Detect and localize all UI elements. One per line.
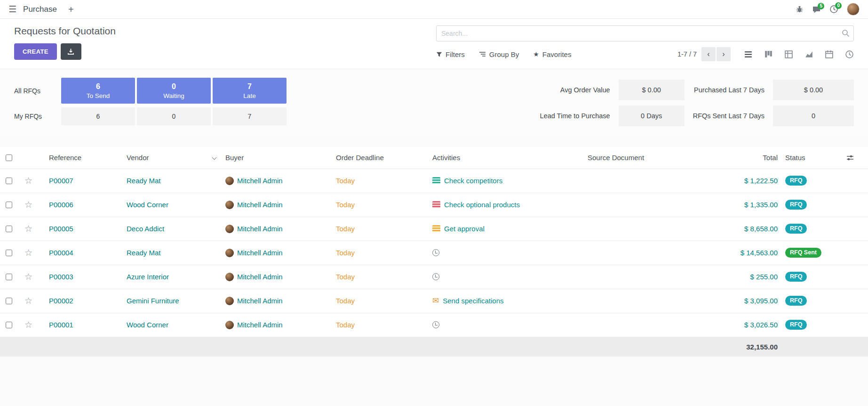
buyer-link[interactable]: Mitchell Admin [237,249,283,257]
reference-link[interactable]: P00005 [49,225,73,233]
tile-late[interactable]: 7 Late [213,78,287,104]
buyer-link[interactable]: Mitchell Admin [237,321,283,329]
app-name[interactable]: Purchase [23,5,57,14]
activity-icon[interactable] [432,297,439,305]
activity-label[interactable]: Send specifications [443,297,503,305]
reference-link[interactable]: P00002 [49,297,73,305]
row-checkbox[interactable] [6,202,12,208]
select-all-header[interactable] [0,147,21,169]
my-waiting-count[interactable]: 0 [137,107,211,125]
pager-previous-button[interactable]: ‹ [701,47,716,61]
activity-icon[interactable] [432,273,439,280]
select-all-checkbox[interactable] [6,154,12,161]
lead-time-label: Lead Time to Purchase [540,112,610,120]
pivot-view-icon[interactable] [784,50,793,59]
favorite-star-icon[interactable]: ☆ [24,176,32,186]
reference-link[interactable]: P00007 [49,177,73,185]
kanban-view-icon[interactable] [764,50,773,59]
activity-view-icon[interactable] [845,50,854,59]
activities-clock-icon[interactable]: 0 [829,5,838,14]
group-by-button[interactable]: Group By [479,50,519,58]
pager-next-button[interactable]: › [717,47,731,61]
messages-icon[interactable]: 5 [812,5,821,14]
activity-label[interactable]: Get approval [444,225,485,233]
create-button[interactable]: CREATE [14,43,57,60]
tile-to-send[interactable]: 6 To Send [61,78,135,104]
column-activities[interactable]: Activities [429,147,584,169]
table-row[interactable]: ☆ P00005 Deco Addict Mitchell Admin Toda… [0,217,868,241]
buyer-link[interactable]: Mitchell Admin [237,273,283,281]
table-row[interactable]: ☆ P00002 Gemini Furniture Mitchell Admin… [0,289,868,313]
column-total[interactable]: Total [711,147,781,169]
favorite-star-icon[interactable]: ☆ [24,248,32,258]
table-row[interactable]: ☆ P00007 Ready Mat Mitchell Admin Today … [0,169,868,193]
order-deadline: Today [336,249,355,257]
favorites-button[interactable]: ★ Favorites [533,50,571,58]
favorites-label: Favorites [542,50,572,58]
activity-icon[interactable] [432,321,439,328]
vendor-link[interactable]: Gemini Furniture [127,297,179,305]
row-checkbox[interactable] [6,298,12,304]
buyer-link[interactable]: Mitchell Admin [237,177,283,185]
search-icon[interactable] [842,29,850,37]
table-row[interactable]: ☆ P00003 Azure Interior Mitchell Admin T… [0,265,868,289]
sort-caret-icon [212,155,217,160]
activity-icon[interactable] [432,177,440,184]
buyer-link[interactable]: Mitchell Admin [237,297,283,305]
list-view-icon[interactable] [744,50,753,59]
activity-icon[interactable] [432,225,440,232]
reference-link[interactable]: P00004 [49,249,73,257]
reference-link[interactable]: P00003 [49,273,73,281]
search-input[interactable] [436,25,854,41]
column-reference[interactable]: Reference [45,147,123,169]
favorite-star-icon[interactable]: ☆ [24,296,32,306]
filters-button[interactable]: Filters [436,50,465,58]
table-row[interactable]: ☆ P00001 Wood Corner Mitchell Admin Toda… [0,313,868,337]
activity-icon[interactable] [432,201,440,208]
source-document [584,265,711,289]
calendar-view-icon[interactable] [825,50,834,59]
activities-badge: 0 [835,2,842,9]
column-status[interactable]: Status [781,147,843,169]
reference-link[interactable]: P00001 [49,321,73,329]
row-checkbox[interactable] [6,322,12,328]
column-buyer[interactable]: Buyer [222,147,332,169]
activity-icon[interactable] [432,249,439,256]
vendor-link[interactable]: Ready Mat [127,249,161,257]
new-tab-plus-icon[interactable]: + [68,5,74,14]
reference-link[interactable]: P00006 [49,201,73,209]
buyer-link[interactable]: Mitchell Admin [237,201,283,209]
menu-toggle-icon[interactable]: ☰ [8,4,16,15]
download-button[interactable] [61,43,81,60]
optional-columns-toggle[interactable] [843,147,868,169]
favorite-star-icon[interactable]: ☆ [24,320,32,330]
user-avatar[interactable] [847,3,860,16]
debug-bug-icon[interactable] [796,5,804,13]
table-footer-row: 32,155.00 [0,337,868,357]
tile-waiting[interactable]: 0 Waiting [137,78,211,104]
activity-label[interactable]: Check optional products [444,201,520,209]
row-checkbox[interactable] [6,250,12,256]
buyer-link[interactable]: Mitchell Admin [237,225,283,233]
vendor-link[interactable]: Azure Interior [127,273,169,281]
my-late-count[interactable]: 7 [213,107,287,125]
column-order-deadline[interactable]: Order Deadline [332,147,429,169]
my-to-send-count[interactable]: 6 [61,107,135,125]
table-row[interactable]: ☆ P00006 Wood Corner Mitchell Admin Toda… [0,193,868,217]
column-source-document[interactable]: Source Document [584,147,711,169]
vendor-link[interactable]: Wood Corner [127,321,168,329]
favorite-star-icon[interactable]: ☆ [24,200,32,210]
vendor-link[interactable]: Deco Addict [127,225,164,233]
favorite-star-icon[interactable]: ☆ [24,272,32,282]
row-checkbox[interactable] [6,226,12,232]
source-document [584,217,711,241]
graph-view-icon[interactable] [804,50,813,59]
vendor-link[interactable]: Ready Mat [127,177,161,185]
favorite-star-icon[interactable]: ☆ [24,224,32,234]
column-vendor[interactable]: Vendor [123,147,222,169]
row-checkbox[interactable] [6,178,12,184]
activity-label[interactable]: Check competitors [444,177,502,185]
vendor-link[interactable]: Wood Corner [127,201,168,209]
row-checkbox[interactable] [6,274,12,280]
table-row[interactable]: ☆ P00004 Ready Mat Mitchell Admin Today … [0,241,868,265]
